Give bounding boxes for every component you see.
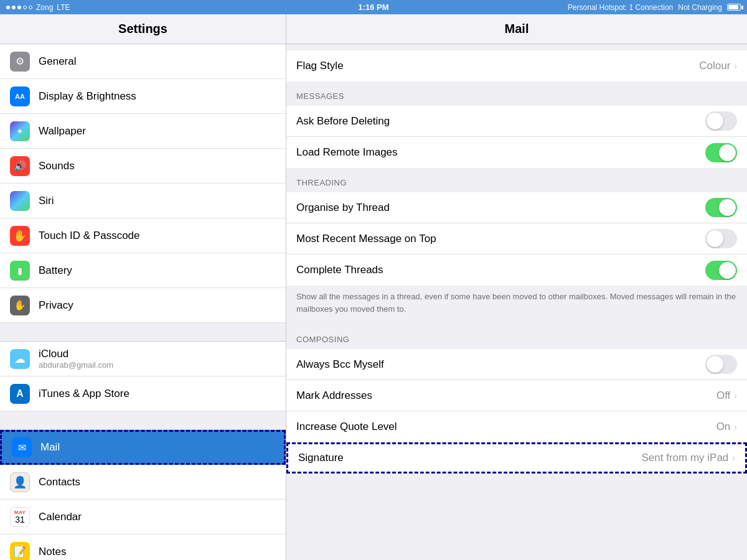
siri-label: Siri <box>39 195 54 207</box>
ask-before-deleting-toggle[interactable] <box>705 111 737 131</box>
organise-by-thread-row[interactable]: Organise by Thread <box>286 192 747 223</box>
sidebar: Settings ⚙ General AA Display & Brightne… <box>0 14 286 560</box>
touchid-icon: ✋ <box>10 226 30 246</box>
icloud-subtitle: abdurab@gmail.com <box>39 360 113 370</box>
sidebar-item-touchid[interactable]: ✋ Touch ID & Passcode <box>0 218 286 253</box>
sidebar-item-siri[interactable]: Siri <box>0 184 286 218</box>
load-remote-images-row[interactable]: Load Remote Images <box>286 137 747 168</box>
right-panel-header: Mail <box>286 14 747 44</box>
sidebar-item-general[interactable]: ⚙ General <box>0 44 286 79</box>
battery-label: Battery <box>39 264 72 277</box>
threading-card: Organise by Thread Most Recent Message o… <box>286 192 747 286</box>
threading-info: Show all the messages in a thread, even … <box>286 286 747 325</box>
increase-quote-level-value-text: On <box>716 421 731 433</box>
messages-section: MESSAGES Ask Before Deleting Load Remote… <box>286 82 747 168</box>
sidebar-item-privacy[interactable]: ✋ Privacy <box>0 288 286 323</box>
load-remote-images-toggle[interactable] <box>705 143 737 162</box>
sidebar-item-calendar[interactable]: MAY 31 Calendar <box>0 500 286 534</box>
composing-section: COMPOSING Always Bcc Myself Mark Address… <box>286 325 747 474</box>
most-recent-label: Most Recent Message on Top <box>296 233 436 245</box>
dot-3 <box>17 6 21 9</box>
battery-fill <box>728 5 738 9</box>
organise-by-thread-knob <box>719 199 736 216</box>
composing-section-label: COMPOSING <box>286 325 747 349</box>
dot-2 <box>12 6 16 9</box>
sidebar-item-wallpaper[interactable]: ✦ Wallpaper <box>0 114 286 149</box>
signature-value-text: Sent from my iPad <box>642 452 729 464</box>
organise-by-thread-toggle[interactable] <box>705 198 737 217</box>
notes-icon: 📝 <box>10 542 30 561</box>
sounds-icon: 🔊 <box>10 156 30 176</box>
icloud-text: iCloud abdurab@gmail.com <box>39 348 113 370</box>
dot-1 <box>6 6 10 9</box>
ask-before-deleting-knob <box>707 113 723 129</box>
sounds-label: Sounds <box>39 160 75 172</box>
contacts-icon: 👤 <box>10 472 30 492</box>
calendar-icon: MAY 31 <box>10 507 30 527</box>
privacy-icon: ✋ <box>10 296 30 315</box>
ask-before-deleting-row[interactable]: Ask Before Deleting <box>286 106 747 137</box>
mark-addresses-label: Mark Addresses <box>296 390 372 402</box>
sidebar-list[interactable]: ⚙ General AA Display & Brightness ✦ Wall… <box>0 44 286 560</box>
notes-label: Notes <box>39 546 66 558</box>
increase-quote-level-value: On › <box>716 421 737 433</box>
sidebar-item-icloud[interactable]: ☁ iCloud abdurab@gmail.com <box>0 342 286 376</box>
battery-label: Not Charging <box>678 3 722 12</box>
always-bcc-knob <box>707 356 723 373</box>
battery-icon <box>727 4 741 11</box>
signal-dots <box>6 6 32 9</box>
flag-style-row[interactable]: Flag Style Colour › <box>286 50 747 82</box>
right-panel: Mail Flag Style Colour › MESSAGES Ask Be… <box>286 14 747 560</box>
mark-addresses-value: Off › <box>716 390 737 402</box>
sidebar-item-mail[interactable]: ✉ Mail <box>0 430 286 465</box>
right-panel-title: Mail <box>505 22 529 35</box>
carrier-label: Zong <box>36 3 53 12</box>
most-recent-toggle[interactable] <box>705 229 737 248</box>
battery-sidebar-icon: ▮ <box>10 261 30 281</box>
display-icon: AA <box>10 86 30 106</box>
general-label: General <box>39 55 76 68</box>
most-recent-knob <box>707 230 723 247</box>
hotspot-label: Personal Hotspot: 1 Connection <box>568 3 673 12</box>
sidebar-item-notes[interactable]: 📝 Notes <box>0 534 286 560</box>
complete-threads-knob <box>719 262 736 279</box>
signature-row[interactable]: Signature Sent from my iPad › <box>286 442 747 474</box>
ask-before-deleting-label: Ask Before Deleting <box>296 115 390 128</box>
always-bcc-label: Always Bcc Myself <box>296 358 384 371</box>
sidebar-item-display[interactable]: AA Display & Brightness <box>0 79 286 114</box>
composing-card: Always Bcc Myself Mark Addresses Off › I… <box>286 349 747 474</box>
organise-by-thread-label: Organise by Thread <box>296 202 390 214</box>
threading-section: THREADING Organise by Thread Most Recent… <box>286 168 747 325</box>
load-remote-images-knob <box>719 144 736 161</box>
most-recent-row[interactable]: Most Recent Message on Top <box>286 223 747 254</box>
sidebar-item-appstore[interactable]: A iTunes & App Store <box>0 376 286 411</box>
mark-addresses-chevron: › <box>734 391 737 401</box>
wallpaper-label: Wallpaper <box>39 125 86 138</box>
mark-addresses-value-text: Off <box>716 390 730 402</box>
sidebar-item-sounds[interactable]: 🔊 Sounds <box>0 149 286 184</box>
display-label: Display & Brightness <box>39 90 136 103</box>
complete-threads-toggle[interactable] <box>705 261 737 280</box>
always-bcc-toggle[interactable] <box>705 355 737 374</box>
signature-value: Sent from my iPad › <box>642 452 736 464</box>
messages-section-label: MESSAGES <box>286 82 747 106</box>
complete-threads-row[interactable]: Complete Threads <box>286 254 747 286</box>
increase-quote-level-row[interactable]: Increase Quote Level On › <box>286 411 747 442</box>
touchid-label: Touch ID & Passcode <box>39 230 140 242</box>
flag-style-card: Flag Style Colour › <box>286 50 747 82</box>
sidebar-separator-1 <box>0 323 286 342</box>
sidebar-item-battery[interactable]: ▮ Battery <box>0 253 286 288</box>
network-label: LTE <box>57 3 70 12</box>
mark-addresses-row[interactable]: Mark Addresses Off › <box>286 380 747 411</box>
icloud-icon: ☁ <box>10 349 30 369</box>
privacy-label: Privacy <box>39 299 73 312</box>
flag-style-chevron: › <box>734 61 737 71</box>
calendar-label: Calendar <box>39 511 82 523</box>
sidebar-item-contacts[interactable]: 👤 Contacts <box>0 465 286 500</box>
status-left: Zong LTE <box>6 3 70 12</box>
sidebar-separator-2 <box>0 411 286 430</box>
always-bcc-row[interactable]: Always Bcc Myself <box>286 349 747 380</box>
mail-label: Mail <box>40 441 60 454</box>
icloud-label: iCloud <box>39 348 113 360</box>
sidebar-title: Settings <box>118 22 167 35</box>
